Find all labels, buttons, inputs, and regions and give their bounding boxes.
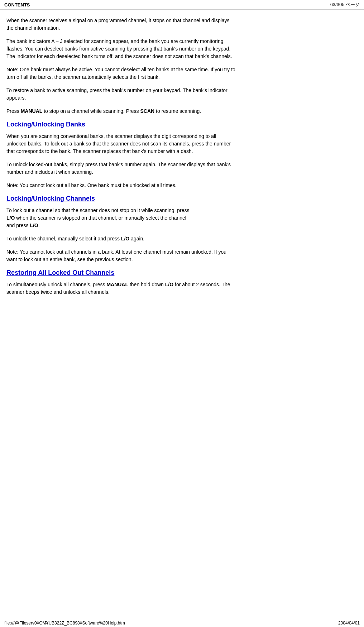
paragraph-9-bold1: L/O [6, 215, 15, 221]
paragraph-2-text: The bank indicators A – J selected for s… [6, 38, 232, 59]
heading-restoring-channels[interactable]: Restoring All Locked Out Channels [6, 269, 237, 277]
paragraph-9-pre: To lock out a channel so that the scanne… [6, 207, 190, 213]
paragraph-12-bold1: MANUAL [106, 282, 128, 287]
paragraph-11: Note: You cannot lock out all channels i… [6, 248, 237, 263]
paragraph-4: To restore a bank to active scanning, pr… [6, 87, 237, 102]
paragraph-9: To lock out a channel so that the scanne… [6, 207, 237, 229]
paragraph-1: When the scanner receives a signal on a … [6, 17, 237, 32]
bottom-bar-date: 2004/04/01 [338, 621, 360, 626]
paragraph-9-post: . [38, 222, 40, 228]
paragraph-1-text: When the scanner receives a signal on a … [6, 18, 230, 31]
paragraph-5-bold1: MANUAL [21, 108, 43, 114]
paragraph-3: Note: One bank must always be active. Yo… [6, 66, 237, 81]
paragraph-5-pre: Press [6, 108, 21, 114]
paragraph-6-text: When you are scanning conventional banks… [6, 133, 231, 154]
bottom-bar-url: file:///¥¥Fileserv0¥OM¥UB322Z_BC898¥Soft… [4, 621, 125, 626]
paragraph-12-pre: To simultaneously unlock all channels, p… [6, 282, 106, 287]
paragraph-2: The bank indicators A – J selected for s… [6, 38, 237, 60]
paragraph-6: When you are scanning conventional banks… [6, 133, 237, 155]
paragraph-10-bold: L/O [121, 236, 129, 241]
top-bar: CONTENTS 63/305 ページ [0, 0, 364, 10]
paragraph-7: To unlock locked-out banks, simply press… [6, 161, 237, 176]
paragraph-5-mid: to stop on a channel while scanning. Pre… [42, 108, 140, 114]
heading-locking-channels[interactable]: Locking/Unlocking Channels [6, 195, 237, 202]
paragraph-10: To unlock the channel, manually select i… [6, 235, 237, 243]
heading-locking-banks[interactable]: Locking/Unlocking Banks [6, 121, 237, 128]
paragraph-7-text: To unlock locked-out banks, simply press… [6, 162, 231, 175]
page-info: 63/305 ページ [330, 1, 360, 8]
paragraph-5-post: to resume scanning. [154, 108, 201, 114]
contents-label: CONTENTS [4, 2, 30, 8]
paragraph-12: To simultaneously unlock all channels, p… [6, 281, 237, 296]
paragraph-9-bold2: L/O [30, 222, 38, 228]
paragraph-10-pre: To unlock the channel, manually select i… [6, 236, 121, 241]
paragraph-8: Note: You cannot lock out all banks. One… [6, 182, 237, 189]
paragraph-4-text: To restore a bank to active scanning, pr… [6, 87, 227, 101]
paragraph-8-text: Note: You cannot lock out all banks. One… [6, 182, 177, 188]
bottom-bar: file:///¥¥Fileserv0¥OM¥UB322Z_BC898¥Soft… [0, 619, 364, 627]
paragraph-12-mid: then hold down [128, 282, 165, 287]
content-area: When the scanner receives a signal on a … [0, 10, 244, 309]
paragraph-11-text: Note: You cannot lock out all channels i… [6, 249, 226, 262]
paragraph-12-bold2: L/O [165, 282, 173, 287]
paragraph-5: Press MANUAL to stop on a channel while … [6, 107, 237, 115]
paragraph-10-post: again. [129, 236, 144, 241]
paragraph-3-text: Note: One bank must always be active. Yo… [6, 67, 235, 80]
paragraph-5-bold2: SCAN [140, 108, 155, 114]
